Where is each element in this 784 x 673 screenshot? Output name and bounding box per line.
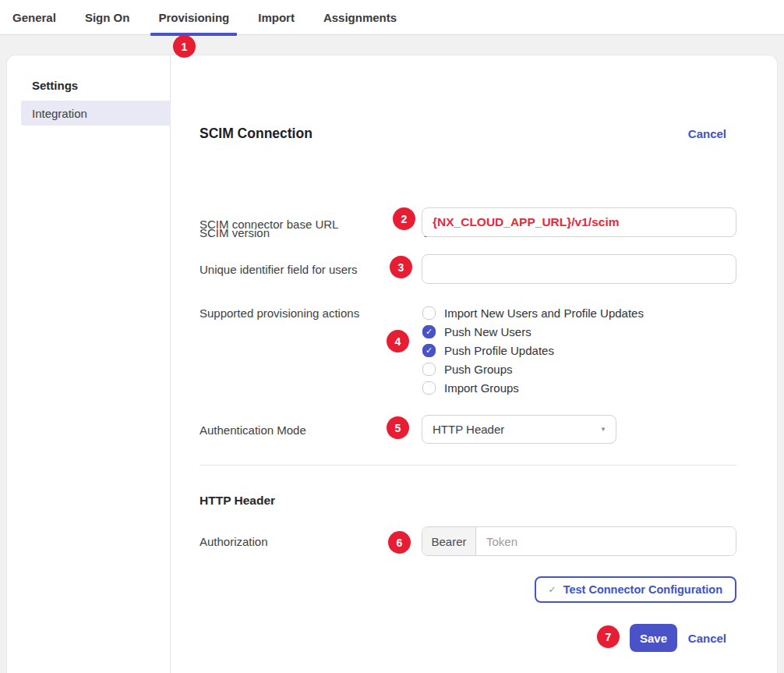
token-input[interactable] [476, 527, 736, 555]
check-icon: ✓ [426, 328, 433, 336]
checkbox-icon: ✓ [422, 344, 436, 357]
bearer-prefix: Bearer [422, 527, 476, 555]
checkbox-icon: ✓ [422, 381, 436, 395]
save-button[interactable]: Save [630, 624, 677, 652]
checkbox-icon: ✓ [422, 325, 436, 338]
annotation-badge-1: 1 [173, 35, 196, 58]
annotation-badge-4: 4 [387, 330, 409, 352]
annotation-badge-5: 5 [387, 416, 409, 439]
http-header-section-row: HTTP Header [200, 494, 736, 508]
tab-label: General [12, 11, 56, 24]
checkbox-push-groups[interactable]: ✓ Push Groups [422, 360, 644, 378]
base-url-input[interactable] [422, 207, 736, 237]
cancel-link-bottom[interactable]: Cancel [688, 632, 726, 645]
provisioning-actions-label: Supported provisioning actions [200, 306, 359, 320]
checkbox-icon: ✓ [422, 363, 436, 376]
checkbox-label: Push Profile Updates [444, 344, 554, 357]
check-icon: ✓ [549, 584, 556, 595]
tab-label: Sign On [85, 11, 130, 24]
settings-sidebar: Settings Integration [7, 55, 171, 673]
checkbox-import-groups[interactable]: ✓ Import Groups [422, 378, 644, 397]
authentication-mode-select[interactable]: HTTP Header ▼ [422, 415, 616, 444]
check-icon: ✓ [426, 346, 433, 355]
tab-label: Assignments [323, 11, 397, 24]
sidebar-item-integration[interactable]: Integration [21, 101, 171, 126]
checkbox-push-new-users[interactable]: ✓ Push New Users [422, 322, 644, 341]
tab-assignments[interactable]: Assignments [316, 0, 404, 35]
annotation-badge-7: 7 [597, 625, 620, 648]
tab-general[interactable]: General [5, 0, 64, 35]
section-divider [200, 465, 736, 466]
checkbox-icon: ✓ [422, 306, 436, 320]
tab-import[interactable]: Import [250, 0, 302, 35]
annotation-badge-2: 2 [393, 207, 415, 230]
checkbox-label: Import New Users and Profile Updates [444, 306, 644, 320]
checkbox-label: Push New Users [444, 325, 531, 338]
sidebar-item-label: Integration [32, 107, 87, 120]
authorization-label: Authorization [200, 535, 268, 548]
base-url-label: SCIM connector base URL [200, 218, 338, 231]
selected-option: HTTP Header [433, 423, 504, 436]
checkbox-import-new-users[interactable]: ✓ Import New Users and Profile Updates [422, 303, 644, 322]
checkbox-label: Import Groups [444, 381, 519, 395]
scim-connection-form: SCIM Connection Cancel SCIM version 2.0 … [200, 55, 736, 673]
cancel-link-top[interactable]: Cancel [688, 127, 726, 140]
test-connector-button[interactable]: ✓ Test Connector Configuration [535, 576, 736, 603]
sidebar-header: Settings [32, 79, 170, 92]
tab-label: Import [258, 11, 295, 24]
authentication-mode-label: Authentication Mode [200, 423, 306, 437]
unique-id-input[interactable] [422, 254, 736, 284]
tab-label: Provisioning [158, 11, 229, 24]
test-connector-label: Test Connector Configuration [563, 583, 722, 596]
annotation-badge-6: 6 [388, 531, 411, 554]
provisioning-actions-list: ✓ Import New Users and Profile Updates ✓… [422, 303, 644, 397]
tab-provisioning[interactable]: Provisioning [150, 0, 237, 35]
chevron-down-icon: ▼ [600, 426, 606, 433]
checkbox-label: Push Groups [444, 363, 513, 376]
authorization-input-group: Bearer [422, 526, 736, 556]
section-title: HTTP Header [200, 494, 275, 507]
tab-bar: General Sign On Provisioning Import Assi… [0, 0, 784, 35]
form-title-row: SCIM Connection Cancel [200, 126, 736, 146]
provisioning-card: Settings Integration SCIM Connection Can… [6, 55, 778, 673]
form-footer-row: Save Cancel [200, 624, 736, 652]
annotation-badge-3: 3 [390, 256, 412, 278]
unique-id-label: Unique identifier field for users [200, 263, 358, 276]
page-title: SCIM Connection [200, 126, 313, 141]
checkbox-push-profile-updates[interactable]: ✓ Push Profile Updates [422, 341, 644, 360]
app-window: General Sign On Provisioning Import Assi… [0, 0, 784, 673]
tab-sign-on[interactable]: Sign On [77, 0, 138, 35]
test-connector-row: ✓ Test Connector Configuration [200, 576, 736, 603]
